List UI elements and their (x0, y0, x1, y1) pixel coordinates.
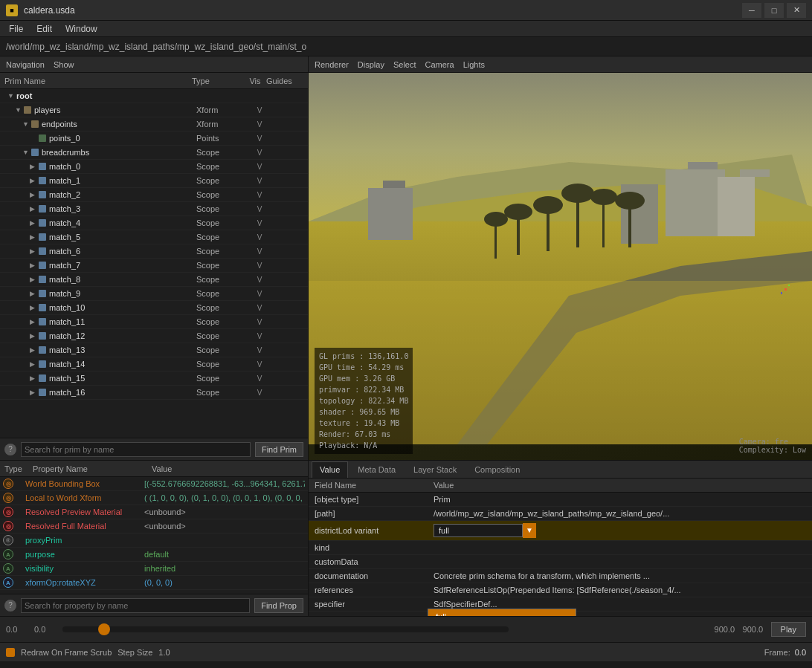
camera-info: Camera: fre Complexity: Low (739, 438, 806, 454)
expand-arrow[interactable]: ▶ (30, 276, 37, 283)
expand-arrow[interactable]: ▶ (30, 332, 37, 340)
detail-row[interactable]: kind (309, 540, 812, 554)
tree-row[interactable]: ▶match_3 ScopeV (0, 202, 308, 216)
expand-arrow[interactable]: ▶ (30, 360, 37, 368)
props-search-help[interactable]: ? (4, 600, 16, 612)
expand-arrow[interactable]: ▶ (30, 177, 37, 184)
props-search-input[interactable] (21, 598, 250, 613)
tree-row[interactable]: ▶match_9 ScopeV (0, 287, 308, 301)
expand-arrow[interactable]: ▶ (30, 191, 37, 198)
timeline-track[interactable] (62, 626, 509, 632)
property-row[interactable]: ® proxyPrim (0, 534, 308, 548)
tree-search-help[interactable]: ? (4, 444, 16, 455)
detail-row[interactable]: references SdfReferenceListOp(Prepended … (309, 583, 812, 597)
expand-arrow[interactable]: ▶ (30, 233, 37, 241)
detail-row[interactable]: documentation Concrete prim schema for a… (309, 568, 812, 583)
tree-row[interactable]: ▶match_14 ScopeV (0, 357, 308, 372)
expand-arrow[interactable]: ▼ (22, 120, 30, 128)
tree-rows[interactable]: ▼ root ▼ players Xform V (0, 89, 308, 438)
prim-type: Xform (196, 120, 248, 129)
tree-row[interactable]: ▶match_8 ScopeV (0, 273, 308, 287)
tree-row[interactable]: points_0 Points V (0, 132, 308, 146)
district-lod-input[interactable] (434, 524, 523, 537)
tab-metadata[interactable]: Meta Data (349, 461, 404, 478)
navigation-button[interactable]: Navigation (6, 60, 45, 69)
find-prop-button[interactable]: Find Prop (254, 598, 303, 613)
play-button[interactable]: Play (771, 622, 806, 637)
tab-composition[interactable]: Composition (466, 461, 528, 478)
menu-edit[interactable]: Edit (30, 22, 58, 36)
lights-button[interactable]: Lights (463, 60, 485, 69)
tree-row[interactable]: ▼ root (0, 89, 308, 103)
close-button[interactable]: ✕ (787, 3, 806, 18)
detail-row[interactable]: customData (309, 554, 812, 568)
property-row[interactable]: ◎ Local to World Xform ( (1, 0, 0, 0), (… (0, 491, 308, 505)
prop-icon: ◎ (3, 507, 13, 517)
camera-button[interactable]: Camera (425, 60, 454, 69)
tree-row[interactable]: ▶match_12 ScopeV (0, 329, 308, 343)
expand-arrow[interactable]: ▶ (30, 290, 37, 297)
prim-label: match_0 (49, 162, 80, 171)
tree-row[interactable]: ▶match_4 ScopeV (0, 216, 308, 230)
tab-layer-stack[interactable]: Layer Stack (405, 461, 465, 478)
detail-row[interactable]: [object type] Prim (309, 492, 812, 506)
expand-arrow[interactable]: ▼ (15, 106, 22, 114)
expand-arrow[interactable]: ▼ (22, 149, 30, 156)
tree-search-input[interactable] (21, 442, 251, 457)
timeline-thumb[interactable] (98, 623, 110, 635)
property-row[interactable]: ◎ Resolved Full Material <unbound> (0, 519, 308, 534)
expand-arrow[interactable]: ▶ (30, 219, 37, 227)
expand-arrow[interactable]: ▶ (30, 304, 37, 311)
minimize-button[interactable]: ─ (742, 3, 761, 18)
property-row[interactable]: A purpose default (0, 548, 308, 562)
detail-row[interactable]: [path] /world/mp_wz_island/mp_wz_island_… (309, 506, 812, 520)
show-button[interactable]: Show (54, 60, 74, 69)
property-row[interactable]: ◎ World Bounding Box [(-552.676669226883… (0, 477, 308, 491)
tree-row[interactable]: ▶match_1 ScopeV (0, 174, 308, 188)
property-row[interactable]: A visibility inherited (0, 562, 308, 576)
maximize-button[interactable]: □ (764, 3, 784, 18)
district-lod-dropdown-button[interactable]: ▼ (523, 523, 536, 538)
menu-window[interactable]: Window (59, 22, 103, 36)
tab-value[interactable]: Value (312, 461, 348, 478)
property-row[interactable]: ◎ Resolved Preview Material <unbound> (0, 505, 308, 519)
tree-row[interactable]: ▼ players Xform V (0, 103, 308, 117)
expand-arrow[interactable]: ▶ (30, 318, 37, 325)
tree-row[interactable]: ▶match_2 ScopeV (0, 188, 308, 202)
tree-row[interactable]: ▼ endpoints Xform V (0, 117, 308, 132)
dropdown-option-full[interactable]: full (428, 609, 576, 616)
frame-info: Frame: 0.0 (764, 648, 806, 657)
expand-arrow[interactable]: ▶ (30, 374, 37, 382)
scope-icon (39, 247, 46, 255)
tree-row[interactable]: ▶match_10 ScopeV (0, 301, 308, 315)
tree-row[interactable]: ▶match_15 ScopeV (0, 372, 308, 386)
tree-row[interactable]: ▶match_0 ScopeV (0, 160, 308, 174)
prim-type: Points (196, 134, 248, 143)
expand-arrow[interactable]: ▶ (30, 262, 37, 269)
menu-file[interactable]: File (3, 22, 29, 36)
property-row[interactable]: A xformOp:rotateXYZ (0, 0, 0) (0, 576, 308, 590)
expand-arrow[interactable]: ▶ (30, 247, 37, 255)
tree-row[interactable]: ▶match_16 ScopeV (0, 386, 308, 400)
tree-row[interactable]: ▶match_11 ScopeV (0, 315, 308, 329)
detail-row-highlight[interactable]: districtLod variant ▼ (309, 520, 812, 540)
select-button[interactable]: Select (393, 60, 416, 69)
prim-type: Scope (196, 346, 248, 354)
display-button[interactable]: Display (358, 60, 384, 69)
expand-arrow[interactable]: ▶ (30, 346, 37, 354)
viewport[interactable]: GL prims : 136,161.0 GPU time : 54.29 ms… (309, 73, 812, 460)
tree-row[interactable]: ▶match_7 ScopeV (0, 259, 308, 273)
left-panel: Navigation Show Prim Name Type Vis Guide… (0, 56, 309, 616)
tree-row[interactable]: ▶match_6 ScopeV (0, 244, 308, 259)
detail-table-area[interactable]: Field Name Value [object type] Prim [pat… (309, 479, 812, 616)
expand-arrow[interactable]: ▼ (7, 92, 15, 100)
expand-arrow[interactable]: ▶ (30, 163, 37, 170)
tree-row[interactable]: ▼ breadcrumbs Scope V (0, 146, 308, 160)
tree-row[interactable]: ▶match_5 ScopeV (0, 230, 308, 244)
expand-arrow[interactable]: ▶ (30, 205, 37, 213)
expand-arrow[interactable]: ▶ (30, 389, 37, 396)
tree-row[interactable]: ▶match_13 ScopeV (0, 343, 308, 357)
find-prim-button[interactable]: Find Prim (255, 442, 303, 457)
renderer-button[interactable]: Renderer (315, 60, 349, 69)
field-name: customData (309, 554, 428, 568)
